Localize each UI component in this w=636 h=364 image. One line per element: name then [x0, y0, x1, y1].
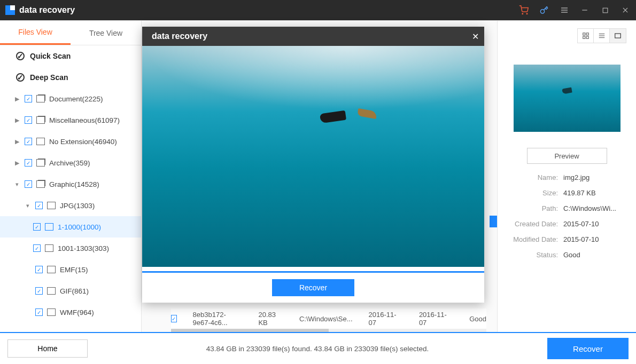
folder-icon — [47, 308, 56, 316]
tree-item-emf[interactable]: ✓EMF(15) — [0, 259, 141, 280]
preview-button[interactable]: Preview — [527, 148, 607, 164]
grid-view-icon[interactable] — [578, 29, 594, 43]
app-logo: data recovery — [5, 5, 75, 15]
file-modified: 2016-11-07 — [419, 311, 453, 327]
tree-label: No Extension(46940) — [49, 138, 117, 146]
minimize-icon[interactable] — [579, 5, 590, 15]
svg-rect-16 — [615, 34, 621, 38]
preview-modal: data recovery ✕ Recover — [142, 27, 484, 303]
label-size: Size: — [507, 189, 558, 197]
checkbox[interactable]: ✓ — [33, 223, 41, 231]
footer: Home 43.84 GB in 233039 file(s) found. 4… — [0, 332, 636, 364]
checkbox[interactable]: ✓ — [25, 95, 32, 102]
file-path: C:\Windows\Se... — [299, 315, 353, 323]
chevron-down-icon: ▾ — [14, 181, 20, 188]
checkbox[interactable]: ✓ — [25, 159, 32, 167]
logo-icon — [5, 5, 15, 15]
status-text: 43.84 GB in 233039 file(s) found. 43.84 … — [98, 345, 537, 353]
folder-icon — [47, 287, 56, 295]
tree-label: GIF(861) — [60, 287, 89, 295]
tree-item-gif[interactable]: ✓GIF(861) — [0, 280, 141, 302]
svg-rect-6 — [603, 8, 608, 13]
tab-tree-view[interactable]: Tree View — [71, 21, 141, 45]
tree-item-noext[interactable]: ▶✓No Extension(46940) — [0, 131, 141, 152]
svg-rect-12 — [586, 36, 588, 38]
checkbox[interactable]: ✓ — [35, 266, 43, 273]
maximize-icon[interactable] — [600, 5, 610, 15]
value-size: 419.87 KB — [563, 189, 626, 197]
value-name: img2.jpg — [563, 173, 626, 181]
tree-item-document[interactable]: ▶✓Document(2225) — [0, 88, 141, 109]
svg-rect-11 — [583, 36, 585, 38]
deep-scan[interactable]: ✓ Deep Scan — [0, 67, 141, 88]
checkbox[interactable]: ✓ — [25, 138, 32, 145]
tree-label: JPG(1303) — [60, 202, 95, 210]
quick-scan[interactable]: ✓ Quick Scan — [0, 45, 141, 67]
preview-thumbnail — [514, 65, 621, 132]
checkbox[interactable]: ✓ — [35, 202, 43, 209]
cart-icon[interactable] — [518, 5, 529, 15]
folder-icon — [45, 223, 53, 231]
checkbox[interactable]: ✓ — [35, 308, 43, 316]
titlebar: data recovery — [0, 0, 636, 20]
svg-point-0 — [522, 13, 523, 14]
file-tree: ▶✓Document(2225) ▶✓Miscellaneous(61097) … — [0, 88, 141, 332]
tree-label: 1-1000(1000) — [58, 223, 101, 231]
check-circle-icon: ✓ — [16, 52, 25, 60]
label-path: Path: — [507, 204, 558, 212]
deep-scan-label: Deep Scan — [30, 73, 68, 82]
list-view-icon[interactable] — [594, 29, 610, 43]
label-created: Created Date: — [507, 220, 558, 228]
check-circle-icon: ✓ — [16, 73, 25, 82]
home-button[interactable]: Home — [7, 339, 88, 358]
checkbox[interactable]: ✓ — [25, 180, 32, 188]
chevron-right-icon: ▶ — [14, 96, 20, 102]
scrollbar-thumb[interactable] — [490, 216, 497, 227]
folder-icon — [36, 95, 45, 102]
menu-icon[interactable] — [559, 5, 570, 15]
file-created: 2016-11-07 — [369, 311, 403, 327]
checkbox[interactable]: ✓ — [33, 244, 41, 252]
close-icon[interactable]: ✕ — [472, 31, 479, 42]
tab-files-view[interactable]: Files View — [0, 21, 71, 45]
modal-title-text: data recovery — [152, 31, 207, 41]
value-status: Good — [563, 251, 626, 259]
app-name: data recovery — [19, 5, 75, 15]
tree-item-wmf[interactable]: ✓WMF(964) — [0, 302, 141, 323]
folder-icon — [36, 138, 45, 145]
tree-item-misc[interactable]: ▶✓Miscellaneous(61097) — [0, 109, 141, 131]
file-status: Good — [469, 315, 486, 323]
details-pane: Preview Name:img2.jpg Size:419.87 KB Pat… — [497, 21, 636, 332]
close-icon[interactable] — [620, 5, 631, 15]
detail-view-icon[interactable] — [610, 29, 626, 43]
value-modified: 2015-07-10 — [563, 235, 626, 243]
tree-label: WMF(964) — [60, 308, 94, 316]
file-row[interactable]: ✓ 8eb3b172-9e67-4c6... 20.83 KB C:\Windo… — [171, 308, 486, 329]
file-size: 20.83 KB — [258, 311, 283, 327]
label-modified: Modified Date: — [507, 235, 558, 243]
key-icon[interactable] — [539, 5, 549, 15]
modal-titlebar: data recovery ✕ — [142, 27, 484, 46]
tree-label: EMF(15) — [60, 266, 88, 274]
tree-label: Document(2225) — [49, 95, 103, 103]
chevron-right-icon: ▶ — [14, 160, 20, 167]
horizontal-scrollbar[interactable] — [171, 329, 486, 332]
label-name: Name: — [507, 173, 558, 181]
checkbox[interactable]: ✓ — [171, 315, 177, 322]
tree-label: Graphic(14528) — [49, 180, 99, 188]
chevron-right-icon: ▶ — [14, 117, 20, 124]
checkbox[interactable]: ✓ — [25, 116, 32, 124]
svg-rect-9 — [583, 33, 585, 35]
checkbox[interactable]: ✓ — [35, 287, 43, 295]
folder-icon — [47, 202, 56, 209]
tree-item-1001-1303[interactable]: ✓1001-1303(303) — [0, 238, 141, 259]
modal-recover-button[interactable]: Recover — [272, 279, 354, 296]
tree-item-1-1000[interactable]: ✓1-1000(1000) — [0, 216, 141, 238]
recover-button[interactable]: Recover — [547, 338, 629, 359]
folder-icon — [45, 244, 53, 252]
folder-icon — [47, 266, 56, 273]
quick-scan-label: Quick Scan — [30, 52, 71, 60]
tree-item-archive[interactable]: ▶✓Archive(359) — [0, 152, 141, 173]
tree-item-graphic[interactable]: ▾✓Graphic(14528) — [0, 173, 141, 195]
tree-item-jpg[interactable]: ▾✓JPG(1303) — [0, 195, 141, 216]
